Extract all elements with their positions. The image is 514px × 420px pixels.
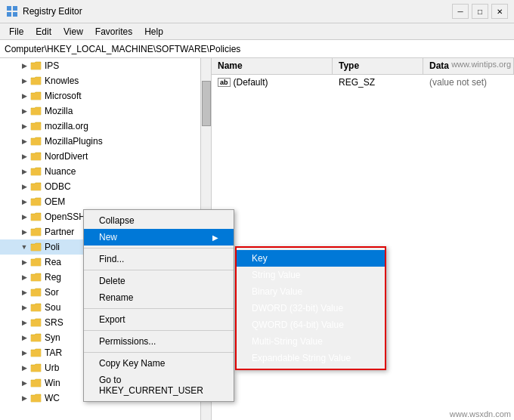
folder-icon xyxy=(30,317,42,328)
submenu-item[interactable]: String Value xyxy=(237,267,385,283)
expand-icon[interactable]: ▶ xyxy=(18,90,30,102)
menu-bar: File Edit View Favorites Help xyxy=(0,23,514,40)
tree-label: NordDivert xyxy=(45,151,88,162)
menu-separator xyxy=(84,270,234,270)
expand-icon[interactable]: ▶ xyxy=(18,271,30,283)
address-path: Computer\HKEY_LOCAL_MACHINE\SOFTWARE\Pol… xyxy=(5,44,240,54)
expand-icon[interactable]: ▶ xyxy=(18,165,30,178)
tree-item[interactable]: ▶ Knowles xyxy=(0,73,211,88)
folder-icon xyxy=(30,196,42,207)
close-button[interactable]: ✕ xyxy=(491,4,508,19)
folder-icon xyxy=(30,272,42,283)
folder-icon xyxy=(30,136,42,147)
folder-icon xyxy=(30,242,42,252)
tree-label: Sou xyxy=(45,302,60,313)
maximize-button[interactable]: □ xyxy=(472,4,488,19)
folder-icon xyxy=(30,227,42,237)
context-menu-item[interactable]: Rename xyxy=(84,289,234,306)
tree-item[interactable]: ▶ IPS xyxy=(0,58,211,73)
submenu-item[interactable]: Expandable String Value xyxy=(237,350,385,366)
tree-item[interactable]: ▶ OEM xyxy=(0,194,211,209)
folder-icon xyxy=(30,121,42,131)
submenu-item[interactable]: Key xyxy=(237,250,385,267)
submenu-item[interactable]: DWORD (32-bit) Value xyxy=(237,300,385,317)
submenu-arrow-icon: ▶ xyxy=(212,233,218,242)
expand-icon[interactable]: ▶ xyxy=(18,196,30,208)
context-menu-item[interactable]: Go to HKEY_CURRENT_USER xyxy=(84,372,234,399)
context-menu-item[interactable]: Delete xyxy=(84,273,234,289)
main-area: www.wintips.org www.wsxdn.com ▶ IPS▶ Kno… xyxy=(0,58,514,420)
expand-icon[interactable]: ▶ xyxy=(18,150,30,162)
menu-file[interactable]: File xyxy=(3,25,29,39)
app-title: Registry Editor xyxy=(23,6,82,17)
menu-favorites[interactable]: Favorites xyxy=(89,25,138,39)
tree-label: Sor xyxy=(45,287,59,298)
expand-icon[interactable]: ▶ xyxy=(18,120,30,132)
expand-icon[interactable]: ▶ xyxy=(18,211,30,223)
expand-icon[interactable]: ▶ xyxy=(18,226,30,238)
tree-label: Poli xyxy=(45,242,60,252)
tree-label: mozilla.org xyxy=(45,121,88,131)
tree-item[interactable]: ▶ Mozilla xyxy=(0,103,211,119)
tree-item[interactable]: ▶ Microsoft xyxy=(0,88,211,103)
watermark-bottom: www.wsxdn.com xyxy=(450,409,511,418)
expand-icon[interactable]: ▶ xyxy=(18,135,30,147)
menu-separator xyxy=(84,352,234,353)
folder-icon xyxy=(30,151,42,162)
menu-separator xyxy=(84,330,234,331)
context-menu-item[interactable]: Copy Key Name xyxy=(84,355,234,372)
menu-item-label: Find... xyxy=(99,254,124,264)
folder-icon xyxy=(30,181,42,192)
expand-icon[interactable]: ▶ xyxy=(18,392,30,404)
folder-icon xyxy=(30,166,42,177)
menu-item-label: Collapse xyxy=(99,215,135,226)
tree-label: WC xyxy=(45,393,60,403)
submenu-item[interactable]: Binary Value xyxy=(237,283,385,300)
tree-label: Nuance xyxy=(45,166,76,177)
expand-icon[interactable]: ▶ xyxy=(18,332,30,344)
tree-label: OpenSSH xyxy=(45,212,85,222)
expand-icon[interactable]: ▶ xyxy=(18,317,30,329)
context-menu-item[interactable]: Find... xyxy=(84,251,234,267)
expand-icon[interactable]: ▶ xyxy=(18,377,30,389)
expand-icon[interactable]: ▶ xyxy=(18,181,30,193)
context-menu-item[interactable]: Collapse xyxy=(84,212,234,229)
svg-rect-1 xyxy=(13,6,17,11)
tree-item[interactable]: ▶ MozillaPlugins xyxy=(0,134,211,149)
expand-icon[interactable]: ▶ xyxy=(18,75,30,87)
expand-icon[interactable]: ▶ xyxy=(18,256,30,268)
folder-icon xyxy=(30,212,42,222)
menu-edit[interactable]: Edit xyxy=(29,25,57,39)
app-icon xyxy=(6,5,18,17)
tree-item[interactable]: ▶ ODBC xyxy=(0,179,211,194)
tree-item[interactable]: ▶ Nuance xyxy=(0,164,211,179)
context-menu-item[interactable]: Export xyxy=(84,311,234,328)
expand-icon[interactable]: ▶ xyxy=(18,286,30,298)
folder-icon xyxy=(30,60,42,71)
expand-icon[interactable]: ▼ xyxy=(18,241,30,253)
tree-label: Knowles xyxy=(45,76,79,86)
folder-icon xyxy=(30,302,42,313)
tree-item[interactable]: ▶ NordDivert xyxy=(0,149,211,164)
submenu-item[interactable]: Multi-String Value xyxy=(237,333,385,350)
tree-item[interactable]: ▶ mozilla.org xyxy=(0,119,211,134)
expand-icon[interactable]: ▶ xyxy=(18,301,30,313)
submenu: KeyString ValueBinary ValueDWORD (32-bit… xyxy=(235,246,386,370)
minimize-button[interactable]: ─ xyxy=(452,4,469,19)
menu-item-label: Go to HKEY_CURRENT_USER xyxy=(99,375,218,396)
menu-item-label: Rename xyxy=(99,292,133,303)
menu-view[interactable]: View xyxy=(57,25,89,39)
submenu-item[interactable]: QWORD (64-bit) Value xyxy=(237,317,385,333)
context-menu-item[interactable]: New▶KeyString ValueBinary ValueDWORD (32… xyxy=(84,229,234,246)
menu-help[interactable]: Help xyxy=(138,25,169,39)
cell-name: ab(Default) xyxy=(212,76,333,89)
expand-icon[interactable]: ▶ xyxy=(18,60,30,72)
context-menu: CollapseNew▶KeyString ValueBinary ValueD… xyxy=(83,209,234,402)
scroll-thumb[interactable] xyxy=(202,81,211,126)
expand-icon[interactable]: ▶ xyxy=(18,362,30,374)
expand-icon[interactable]: ▶ xyxy=(18,347,30,359)
expand-icon[interactable]: ▶ xyxy=(18,105,30,117)
table-row[interactable]: ab(Default)REG_SZ(value not set) xyxy=(212,75,514,90)
context-menu-item[interactable]: Permissions... xyxy=(84,333,234,350)
col-header-type: Type xyxy=(333,58,423,74)
